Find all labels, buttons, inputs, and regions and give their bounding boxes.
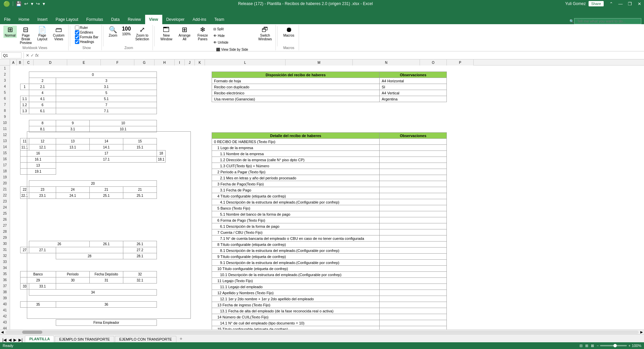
row-num-18[interactable]: 18 [0,168,10,174]
row-num-6[interactable]: 6 [0,96,10,102]
scroll-thumb[interactable] [22,331,42,334]
page-break-status-button[interactable]: ⊠ [591,344,594,348]
gridlines-check[interactable]: Gridlines [75,30,98,35]
ruler-check[interactable]: Ruler [75,26,98,30]
sheet-last-button[interactable]: ▶| [17,338,24,342]
tell-me-input[interactable] [574,18,641,24]
switch-windows-button[interactable]: 🗗 Switch Windows [257,26,273,42]
sheet-next-button[interactable]: ▶ [12,338,17,342]
restore-button[interactable]: ❐ [625,0,635,7]
share-button[interactable]: Share [589,1,604,6]
row-num-25[interactable]: 25 [0,211,10,217]
row-num-36[interactable]: 36 [0,277,10,283]
add-sheet-button[interactable]: + [177,335,185,342]
macros-button[interactable]: ⏺ Macros [282,26,296,38]
zoom-plus-button[interactable]: + [628,344,630,348]
minimize-button[interactable]: — [616,0,625,7]
row-num-4[interactable]: 4 [0,84,10,90]
hide-button[interactable]: 👁 Hide [212,32,255,39]
tab-home[interactable]: Home [14,15,33,24]
tab-insert[interactable]: Insert [33,15,51,24]
close-button[interactable]: ✕ [635,0,644,7]
row-num-10[interactable]: 10 [0,120,10,126]
col-header-I[interactable]: I [175,59,185,66]
row-num-23[interactable]: 23 [0,199,10,205]
col-header-L[interactable]: L [205,59,286,66]
row-num-16[interactable]: 16 [0,156,10,162]
cancel-formula-icon[interactable]: ✕ [26,53,29,58]
row-num-2[interactable]: 2 [0,72,10,78]
unhide-button[interactable]: 👁 Unhide [212,39,255,46]
headings-check[interactable]: Headings [75,40,98,44]
sheet-prev-button[interactable]: ◀ [7,338,12,342]
tab-page-layout[interactable]: Page Layout [51,15,82,24]
row-num-11[interactable]: 11 [0,126,10,132]
col-header-N[interactable]: N [353,59,420,66]
col-header-F[interactable]: F [101,59,134,66]
row-num-41[interactable]: 41 [0,307,10,313]
row-num-14[interactable]: 14 [0,144,10,150]
arrange-all-button[interactable]: ⊞ Arrange All [176,26,193,42]
ruler-checkbox[interactable] [75,26,79,30]
row-num-9[interactable]: 9 [0,114,10,120]
zoom-button[interactable]: 🔍 Zoom [107,26,119,38]
row-num-40[interactable]: 40 [0,301,10,307]
col-header-J[interactable]: J [185,59,195,66]
sheet-tab-ejemplo-sin[interactable]: EJEMPLO SIN TRANSPORTE [55,336,114,342]
cells-area[interactable]: 0 2 3 1 [10,66,644,330]
row-num-27[interactable]: 27 [0,223,10,229]
row-num-35[interactable]: 35 [0,271,10,277]
page-layout-view-button[interactable]: ⊟ [579,344,583,348]
row-num-34[interactable]: 34 [0,265,10,271]
row-num-21[interactable]: 21 [0,186,10,192]
scroll-left-button[interactable]: ◀ [0,330,5,335]
normal-view-status-button[interactable]: ⊞ [585,344,588,348]
row-num-5[interactable]: 5 [0,90,10,96]
col-header-A[interactable]: A [10,59,17,66]
row-num-26[interactable]: 26 [0,217,10,223]
normal-view-button[interactable]: ⊞ Normal [3,26,17,38]
horizontal-scrollbar[interactable]: ◀ ▶ [0,330,644,334]
row-num-15[interactable]: 15 [0,150,10,156]
row-num-20[interactable]: 20 [0,180,10,186]
col-header-D[interactable]: D [34,59,67,66]
col-header-B[interactable]: B [17,59,24,66]
headings-checkbox[interactable] [75,40,79,44]
row-num-31[interactable]: 31 [0,247,10,253]
col-header-H[interactable]: H [155,59,175,66]
col-header-P[interactable]: P [447,59,474,66]
row-num-43[interactable]: 43 [0,319,10,325]
tab-data[interactable]: Data [107,15,124,24]
row-num-28[interactable]: 28 [0,229,10,235]
sheet-first-button[interactable]: |◀ [1,338,7,342]
col-header-G[interactable]: G [134,59,155,66]
undo-qat-button[interactable]: ↩ [24,1,29,7]
row-num-12[interactable]: 12 [0,132,10,138]
row-num-42[interactable]: 42 [0,313,10,319]
gridlines-checkbox[interactable] [75,30,79,35]
customize-qat-button[interactable]: ▾ [42,1,46,7]
tab-team[interactable]: Team [210,15,228,24]
split-button[interactable]: ⊟ Split [212,26,255,32]
row-num-8[interactable]: 8 [0,108,10,114]
col-header-C[interactable]: C [24,59,34,66]
confirm-formula-icon[interactable]: ✓ [31,53,34,58]
row-num-7[interactable]: 7 [0,102,10,108]
sheet-tab-plantilla[interactable]: PLANTILLA [25,336,54,342]
formula-bar-checkbox[interactable] [75,35,79,39]
ribbon-toggle-button[interactable]: ⌃ [606,0,616,7]
row-num-22[interactable]: 22 [0,192,10,199]
tab-file[interactable]: File [0,15,14,24]
scroll-right-button[interactable]: ▶ [639,330,644,335]
row-num-37[interactable]: 37 [0,283,10,289]
zoom-minus-button[interactable]: − [597,344,599,348]
row-num-32[interactable]: 32 [0,253,10,259]
zoom-to-selection-button[interactable]: ⤢ Zoom to Selection [134,26,151,42]
row-num-1[interactable]: 1 [0,66,10,72]
row-num-39[interactable]: 39 [0,295,10,301]
zoom-slider[interactable]: − + 100% [597,344,641,348]
row-num-44[interactable]: 44 [0,325,10,330]
row-num-3[interactable]: 3 [0,78,10,84]
tab-formulas[interactable]: Formulas [82,15,107,24]
col-header-O[interactable]: O [420,59,447,66]
